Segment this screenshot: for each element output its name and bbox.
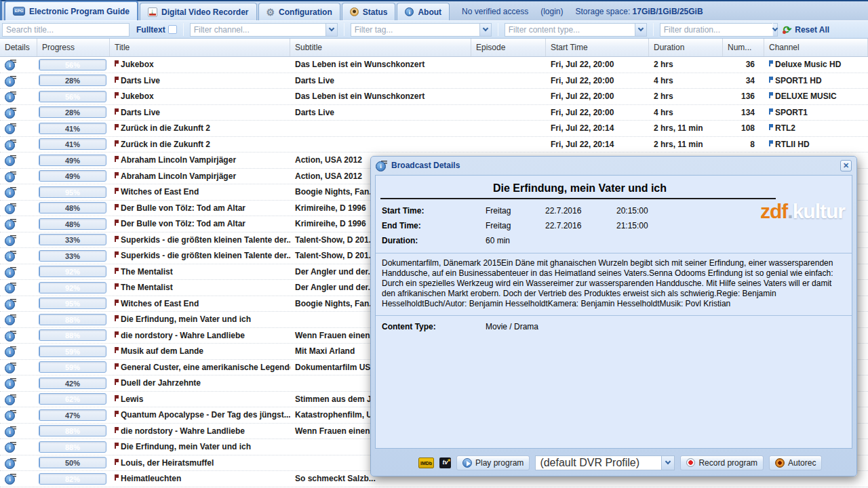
details-icon[interactable] — [5, 250, 16, 261]
duration-dropdown-button[interactable] — [772, 23, 778, 37]
dvr-profile-select[interactable]: (default DVR Profile) — [535, 455, 675, 470]
details-icon[interactable] — [5, 75, 16, 86]
tag-dropdown-button[interactable] — [479, 23, 492, 37]
imdb-icon[interactable]: IMDb — [418, 458, 434, 468]
table-row[interactable]: 41% Zurück in die Zukunft 2 Fri, Jul 22,… — [0, 137, 868, 153]
column-header-start-time[interactable]: Start Time — [546, 39, 649, 56]
start-time-cell: Fri, Jul 22, 20:14 — [546, 137, 649, 152]
progress-cell: 88% — [37, 328, 110, 344]
tab-electronic-program-guide[interactable]: EPG Electronic Program Guide — [4, 1, 138, 20]
details-icon[interactable] — [5, 123, 16, 134]
filter-duration-input[interactable] — [660, 23, 772, 37]
progress-bar: 88% — [39, 314, 106, 325]
title-cell: Superkids - die größten kleinen Talente … — [110, 232, 290, 248]
close-icon[interactable]: ✕ — [840, 160, 852, 171]
progress-bar: 56% — [39, 59, 106, 70]
title-cell: Die Erfindung, mein Vater und ich — [110, 312, 290, 327]
tab-about[interactable]: i About — [397, 3, 450, 20]
fulltext-checkbox[interactable] — [168, 25, 177, 34]
details-icon[interactable] — [5, 155, 16, 165]
details-icon[interactable] — [5, 298, 16, 309]
column-header-number[interactable]: Num... — [723, 39, 764, 56]
start-time-day: Freitag — [486, 206, 545, 216]
autorec-button[interactable]: Autorec — [769, 455, 822, 470]
details-icon[interactable] — [5, 330, 16, 341]
details-icon[interactable] — [5, 139, 16, 150]
details-icon[interactable] — [5, 409, 16, 420]
details-icon[interactable] — [5, 203, 16, 214]
title-cell: Witches of East End — [110, 296, 290, 312]
tab-configuration[interactable]: ⚙ Configuration — [258, 3, 340, 20]
channel-dropdown-button[interactable] — [326, 23, 338, 37]
details-icon[interactable] — [5, 426, 16, 436]
details-icon[interactable] — [5, 107, 16, 118]
chevron-down-icon — [772, 26, 777, 31]
details-icon[interactable] — [5, 218, 16, 229]
progress-bar: 33% — [39, 250, 106, 262]
table-row[interactable]: 56% Jukebox Das Leben ist ein Wunschkonz… — [0, 89, 868, 105]
record-program-button[interactable]: Record program — [680, 455, 764, 470]
filter-content-type-select[interactable] — [505, 23, 647, 37]
column-header-subtitle[interactable]: Subtitle — [290, 39, 471, 56]
table-row[interactable]: 56% Jukebox Das Leben ist ein Wunschkonz… — [0, 57, 868, 73]
channel-cell: RTLII HD — [764, 137, 868, 152]
details-icon[interactable] — [5, 91, 16, 102]
duration-cell: 4 hrs — [649, 73, 723, 89]
column-header-title[interactable]: Title — [110, 39, 290, 56]
title-cell: Witches of East End — [110, 184, 290, 200]
details-icon[interactable] — [5, 378, 16, 388]
login-link[interactable]: (login) — [540, 7, 563, 16]
progress-cell: 62% — [37, 392, 110, 407]
details-icon[interactable] — [5, 186, 16, 197]
title-cell: Zurück in die Zukunft 2 — [110, 137, 290, 152]
column-header-duration[interactable]: Duration — [649, 39, 723, 56]
tvdb-icon[interactable]: tv — [439, 458, 451, 468]
program-description: Dokumentarfilm, Dänemark 2015Ein Däne mi… — [376, 253, 852, 316]
details-icon[interactable] — [5, 346, 16, 357]
title-flag-icon — [115, 379, 119, 385]
details-icon[interactable] — [5, 473, 16, 484]
column-header-progress[interactable]: Progress — [37, 39, 110, 56]
play-program-button[interactable]: Play program — [456, 455, 530, 470]
details-icon[interactable] — [5, 171, 16, 182]
details-icon[interactable] — [5, 282, 16, 293]
details-icon[interactable] — [5, 441, 16, 452]
content-type-value: Movie / Drama — [486, 322, 538, 331]
filter-content-type-input[interactable] — [505, 23, 635, 37]
wrench-icon: ⚙ — [267, 7, 275, 17]
search-title-input[interactable] — [2, 23, 130, 37]
content-type-dropdown-button[interactable] — [635, 23, 647, 37]
title-cell: die nordstory - Wahre Landliebe — [110, 328, 290, 344]
tab-digital-video-recorder[interactable]: Digital Video Recorder — [140, 3, 256, 20]
reset-all-button[interactable]: ⟳ Reset All — [779, 24, 833, 36]
title-flag-icon — [115, 172, 119, 178]
details-icon[interactable] — [5, 314, 16, 325]
column-header-episode[interactable]: Episode — [471, 39, 546, 56]
details-icon[interactable] — [5, 59, 16, 70]
table-row[interactable]: 28% Darts Live Darts Live Fri, Jul 22, 2… — [0, 105, 868, 121]
tab-status[interactable]: Status — [342, 3, 396, 20]
title-cell: Abraham Lincoln Vampirjäger — [110, 169, 290, 184]
filter-tag-select[interactable] — [351, 23, 492, 37]
filter-duration-select[interactable] — [660, 23, 766, 37]
title-cell: Heimatleuchten — [110, 471, 290, 487]
reset-all-label: Reset All — [795, 25, 829, 35]
table-row[interactable]: 28% Darts Live Darts Live Fri, Jul 22, 2… — [0, 73, 868, 89]
duration-value: 60 min — [486, 236, 545, 245]
table-row[interactable]: 41% Zurück in die Zukunft 2 Fri, Jul 22,… — [0, 121, 868, 137]
details-icon[interactable] — [5, 394, 16, 405]
dialog-header[interactable]: Broadcast Details ✕ — [371, 157, 856, 174]
filter-tag-input[interactable] — [351, 23, 479, 37]
column-header-channel[interactable]: Channel — [764, 39, 868, 56]
filter-channel-input[interactable] — [190, 23, 326, 37]
details-icon[interactable] — [5, 235, 16, 245]
profile-dropdown-button[interactable] — [661, 455, 675, 470]
progress-cell: 41% — [37, 137, 110, 152]
progress-bar: 28% — [39, 106, 106, 118]
progress-cell: 82% — [37, 471, 110, 487]
details-icon[interactable] — [5, 266, 16, 277]
details-icon[interactable] — [5, 362, 16, 373]
filter-channel-select[interactable] — [190, 23, 338, 37]
details-icon[interactable] — [5, 458, 16, 468]
column-header-details[interactable]: Details — [0, 39, 37, 56]
